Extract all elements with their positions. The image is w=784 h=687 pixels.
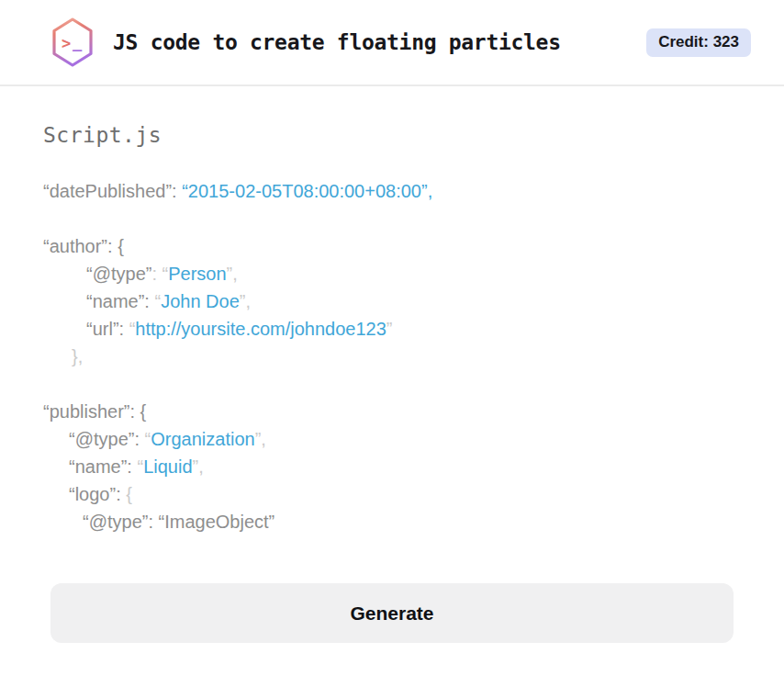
code-token-key: “@type”: [69, 429, 134, 449]
code-token-key: :: [119, 319, 129, 339]
filename-label: Script.js: [43, 123, 741, 147]
svg-text:>: >: [62, 34, 71, 52]
code-line: “author”: {: [43, 232, 741, 260]
code-token-punct: },: [72, 346, 83, 366]
code-token-key: :: [144, 291, 154, 311]
code-token-punct: ”,: [193, 456, 204, 477]
code-line: “@type”: “Organization”,: [43, 425, 741, 453]
code-token-punct: :: [151, 264, 162, 284]
code-token-value: John Doe: [161, 291, 240, 311]
code-line: },: [43, 343, 741, 370]
code-token-key: “datePublished”:: [43, 181, 182, 201]
code-line: “@type”: “Person”,: [43, 260, 741, 287]
code-token-punct: ”: [386, 319, 393, 339]
code-token-value: Liquid: [143, 456, 192, 477]
footer: Generate: [0, 583, 784, 643]
code-token-key: “name”: [69, 456, 127, 477]
code-line: “datePublished”: “2015-02-05T08:00:00+08…: [43, 177, 741, 205]
code-token-value: “2015-02-05T08:00:00+08:00”,: [182, 181, 432, 201]
code-line: “publisher”: {: [43, 398, 741, 425]
code-token-key: “@type”: “ImageObject”: [83, 512, 274, 532]
code-token-value: http://yoursite.com/johndoe123: [135, 319, 386, 339]
code-token-key: “name”: [86, 291, 144, 311]
code-panel: Script.js “datePublished”: “2015-02-05T0…: [0, 123, 784, 535]
page-title: JS code to create floating particles: [113, 30, 561, 54]
svg-text:_: _: [73, 33, 83, 51]
credit-badge: Credit: 323: [646, 28, 751, 57]
header: > _ JS code to create floating particles…: [0, 0, 784, 86]
code-output: “datePublished”: “2015-02-05T08:00:00+08…: [43, 177, 741, 535]
code-token-value: Organization: [151, 429, 254, 449]
code-line: “name”: “John Doe”,: [43, 287, 741, 315]
code-token-key: “@type”: [86, 264, 151, 284]
code-line: [43, 205, 741, 232]
code-line: “url”: “http://yoursite.com/johndoe123”: [43, 315, 741, 343]
code-line: “@type”: “ImageObject”: [43, 508, 741, 535]
code-line: “name”: “Liquid”,: [43, 453, 741, 480]
code-token-punct: {: [126, 484, 132, 504]
code-token-key: :: [116, 484, 126, 504]
code-token-value: Person: [168, 264, 226, 284]
code-token-key: “logo”: [69, 484, 116, 504]
code-line: “logo”: {: [43, 480, 741, 508]
code-token-punct: ”,: [255, 429, 266, 449]
code-token-key: :: [127, 456, 137, 477]
code-token-punct: ”,: [227, 264, 238, 284]
code-token-key: “author”: {: [43, 236, 124, 256]
code-token-key: “url”: [86, 319, 119, 339]
terminal-hexagon-icon: > _: [50, 17, 95, 68]
code-line: [43, 370, 741, 398]
code-token-key: :: [134, 429, 144, 449]
code-token-punct: ”,: [240, 291, 251, 311]
code-token-key: “publisher”: {: [43, 401, 146, 422]
generate-button[interactable]: Generate: [50, 583, 734, 643]
